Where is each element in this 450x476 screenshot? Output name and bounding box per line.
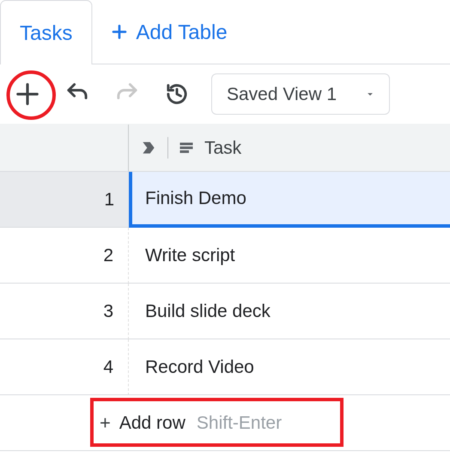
row-number[interactable]: 4 [0, 339, 129, 395]
saved-view-label: Saved View 1 [227, 84, 337, 104]
row-number[interactable]: 1 [0, 172, 129, 228]
table-cell[interactable]: Record Video [129, 339, 450, 395]
history-button[interactable] [158, 75, 196, 113]
table-cell[interactable]: Finish Demo [129, 172, 450, 228]
redo-icon [116, 82, 139, 106]
add-table-label: Add Table [136, 20, 228, 44]
add-row-region: + Add row Shift-Enter [0, 395, 450, 451]
row-number[interactable]: 3 [0, 284, 129, 339]
column-header-task[interactable]: Task [129, 125, 450, 172]
chevron-down-icon [364, 88, 376, 100]
plus-icon: + [100, 412, 111, 433]
tab-tasks-label: Tasks [20, 21, 73, 45]
tool-bar: Saved View 1 [0, 64, 450, 125]
saved-view-select[interactable]: Saved View 1 [211, 73, 390, 115]
table-cell[interactable]: Write script [129, 228, 450, 284]
add-table-button[interactable]: Add Table [93, 0, 245, 64]
row-number-header[interactable] [0, 125, 129, 172]
history-icon [165, 82, 189, 106]
separator [167, 137, 168, 159]
table-cell[interactable]: Build slide deck [129, 284, 450, 339]
add-button[interactable] [9, 75, 46, 113]
tab-bar: Tasks Add Table [0, 0, 450, 64]
add-row-button[interactable]: + Add row Shift-Enter [0, 395, 282, 450]
undo-icon [66, 82, 89, 106]
column-header-label: Task [204, 137, 241, 158]
chevron-right-filled-icon [140, 139, 157, 156]
undo-button[interactable] [58, 75, 96, 113]
row-number[interactable]: 2 [0, 228, 129, 284]
plus-icon [15, 81, 40, 107]
add-row-label: Add row [119, 412, 185, 433]
text-lines-icon [179, 140, 194, 156]
tab-tasks[interactable]: Tasks [0, 0, 92, 64]
add-row-shortcut: Shift-Enter [197, 412, 282, 433]
task-table: Task 1 Finish Demo 2 Write script 3 Buil… [0, 125, 450, 451]
plus-icon [110, 23, 128, 41]
redo-button[interactable] [108, 75, 146, 113]
